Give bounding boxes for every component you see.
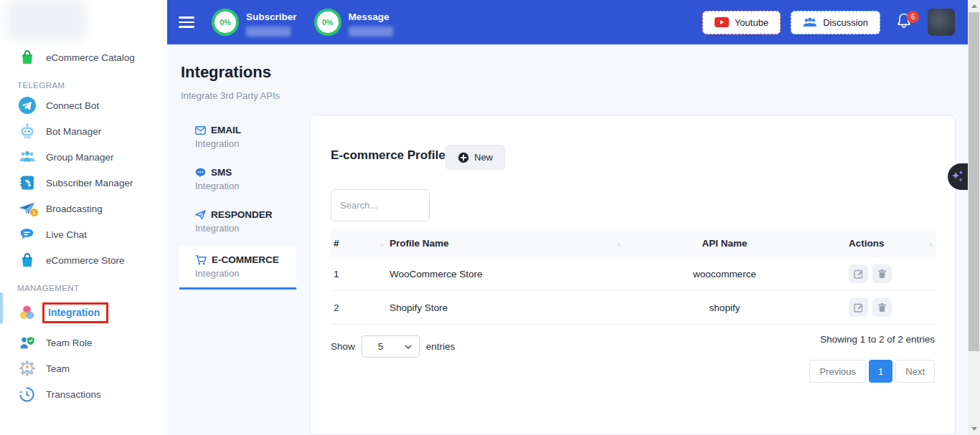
api-name-cell: shopify: [624, 302, 825, 313]
sort-icon[interactable]: ↑↓: [928, 241, 936, 248]
group-icon: [17, 148, 37, 167]
edit-pencil-icon: [854, 302, 864, 312]
sort-icon[interactable]: ↑↓: [380, 241, 387, 248]
clock-history-icon: [17, 385, 37, 404]
youtube-button-label: Youtube: [735, 17, 768, 28]
subscriber-progress-ring: 0%: [212, 9, 239, 36]
broadcast-plane-icon: 1: [17, 199, 37, 219]
current-page-button[interactable]: 1: [869, 360, 892, 383]
page-subtitle: Integrate 3rd Party APIs: [181, 90, 280, 101]
sidebar-item-label: Connect Bot: [46, 100, 99, 111]
envelope-icon: [195, 126, 206, 135]
subscriber-stat-label: Subscriber: [246, 11, 297, 22]
page-size-control: Show 5 entries: [331, 335, 455, 358]
sidebar-item-subscriber-manager[interactable]: Subscriber Manager: [0, 170, 167, 196]
page-title: Integrations: [181, 63, 271, 82]
delete-button[interactable]: [872, 264, 892, 283]
plus-circle-icon: [458, 152, 469, 163]
sidebar-item-label: Group Manager: [46, 152, 114, 163]
scroll-down-arrow[interactable]: [968, 423, 980, 435]
page-size-value: 5: [378, 341, 383, 352]
delete-button[interactable]: [872, 298, 892, 317]
column-header-profile-name[interactable]: Profile Name: [390, 238, 449, 249]
vertical-scrollbar: [968, 0, 980, 435]
sidebar-item-label: Bot Manager: [46, 126, 101, 137]
column-header-number[interactable]: #: [334, 238, 339, 249]
previous-page-button[interactable]: Previous: [809, 360, 866, 383]
app-logo: [7, 0, 86, 40]
subnav-subtitle: Integration: [195, 268, 296, 279]
sidebar-item-label: eCommerce Catalog: [46, 52, 135, 63]
table-row: 1 WooCommerce Store woocommerce: [331, 257, 936, 291]
next-page-button[interactable]: Next: [895, 360, 935, 383]
row-number: 2: [331, 302, 387, 313]
sms-bubble-icon: [195, 168, 206, 178]
subnav-subtitle: Integration: [195, 138, 296, 149]
subnav-sms-integration[interactable]: SMS Integration: [179, 161, 296, 199]
sidebar-item-ecommerce-catalog[interactable]: eCommerce Catalog: [0, 44, 167, 70]
notifications-button[interactable]: 6: [896, 12, 912, 32]
subnav-subtitle: Integration: [195, 181, 296, 191]
column-header-api-name[interactable]: API Name: [624, 238, 825, 249]
top-header: 0% Subscriber 0% Message Youtube Discuss…: [167, 0, 968, 44]
panel-title: E-commerce Profile: [331, 148, 446, 163]
store-bag-icon: [17, 251, 37, 270]
sidebar-item-transactions[interactable]: Transactions: [0, 381, 167, 407]
subnav-responder-integration[interactable]: RESPONDER Integration: [179, 204, 296, 241]
message-stat-label: Message: [349, 11, 393, 22]
edit-button[interactable]: [849, 264, 868, 283]
sidebar-item-integration[interactable]: Integration: [0, 295, 167, 330]
sidebar-item-label: Transactions: [46, 389, 101, 400]
search-input[interactable]: [331, 189, 430, 221]
page-size-select[interactable]: 5: [362, 335, 420, 358]
youtube-icon: [715, 17, 729, 27]
sidebar: eCommerce Catalog TELEGRAM Connect Bot B…: [0, 0, 167, 435]
sidebar-item-connect-bot[interactable]: Connect Bot: [0, 92, 167, 118]
sidebar-item-label: Team: [46, 363, 70, 374]
paper-plane-icon: [195, 210, 206, 220]
table-header-row: # ↑↓ Profile Name ↑↓ API Name Actions ↑↓: [331, 229, 936, 257]
subscriber-stat-value-blurred: [246, 27, 291, 37]
new-button-label: New: [474, 152, 493, 163]
ecommerce-profile-panel: E-commerce Profile New # ↑↓ Profile Name…: [310, 115, 956, 435]
sidebar-item-team-role[interactable]: Team Role: [0, 330, 167, 355]
gear-person-icon: [17, 359, 37, 378]
scroll-up-arrow[interactable]: [968, 0, 980, 12]
chat-bubble-icon: [17, 225, 37, 244]
telegram-icon: [17, 96, 37, 115]
integration-circles-icon: [17, 303, 37, 322]
sidebar-item-group-manager[interactable]: Group Manager: [0, 144, 167, 170]
sidebar-item-live-chat[interactable]: Live Chat: [0, 221, 167, 247]
subnav-email-integration[interactable]: EMAIL Integration: [179, 119, 296, 156]
sidebar-item-ecommerce-store[interactable]: eCommerce Store: [0, 247, 167, 273]
sidebar-item-bot-manager[interactable]: Bot Manager: [0, 118, 167, 144]
edit-button[interactable]: [849, 298, 868, 317]
discussion-button-label: Discussion: [823, 17, 868, 28]
sidebar-section-telegram: TELEGRAM: [17, 81, 167, 90]
message-progress-ring: 0%: [314, 9, 341, 36]
scrollbar-thumb[interactable]: [969, 12, 979, 351]
sidebar-item-team[interactable]: Team: [0, 355, 167, 381]
discussion-button[interactable]: Discussion: [791, 11, 880, 34]
entries-summary: Showing 1 to 2 of 2 entries: [820, 334, 935, 345]
sidebar-item-label: Integration: [48, 307, 100, 318]
entries-label: entries: [426, 341, 456, 352]
hamburger-menu-icon[interactable]: [179, 14, 194, 31]
edit-pencil-icon: [854, 269, 864, 279]
subnav-title: E-COMMERCE: [212, 254, 279, 265]
sort-icon[interactable]: ↑↓: [616, 241, 624, 248]
contact-book-icon: [17, 173, 37, 193]
api-name-cell: woocommerce: [624, 269, 825, 279]
user-avatar[interactable]: [928, 9, 955, 36]
subnav-ecommerce-integration[interactable]: E-COMMERCE Integration: [179, 246, 296, 290]
youtube-button[interactable]: Youtube: [702, 11, 781, 34]
profile-name-cell: Shopify Store: [387, 302, 624, 313]
sidebar-item-label: Team Role: [46, 338, 93, 348]
notification-count-badge: 6: [907, 11, 919, 23]
message-stat-value-blurred: [349, 27, 393, 37]
sidebar-item-broadcasting[interactable]: 1 Broadcasting: [0, 196, 167, 221]
sidebar-item-label: Subscriber Manager: [46, 178, 133, 188]
trash-icon: [877, 302, 887, 312]
new-profile-button[interactable]: New: [446, 145, 505, 170]
message-stat: 0% Message: [314, 9, 393, 37]
